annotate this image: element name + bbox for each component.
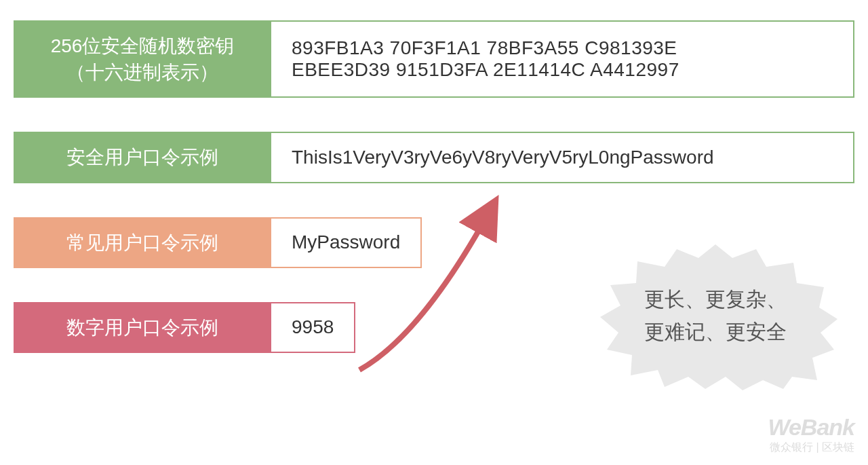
callout-line1: 更长、更复杂、 <box>644 283 787 316</box>
label-secure-key-line2: （十六进制表示） <box>66 59 218 86</box>
value-secure-password: ThisIs1VeryV3ryVe6yV8ryVeryV5ryL0ngPassw… <box>271 132 854 183</box>
value-secure-key: 893FB1A3 70F3F1A1 78BF3A55 C981393E EBEE… <box>271 20 854 98</box>
value-secure-key-line2: EBEE3D39 9151D3FA 2E11414C A4412997 <box>292 59 833 81</box>
row-secure-password: 安全用户口令示例 ThisIs1VeryV3ryVe6yV8ryVeryV5ry… <box>14 132 854 183</box>
value-common-password-text: MyPassword <box>292 231 400 253</box>
watermark: WeBank 微众银行 | 区块链 <box>768 414 854 455</box>
label-common-password: 常见用户口令示例 <box>14 217 271 268</box>
label-secure-password: 安全用户口令示例 <box>14 132 271 183</box>
callout-text: 更长、更复杂、 更难记、更安全 <box>644 283 787 348</box>
row-secure-key: 256位安全随机数密钥 （十六进制表示） 893FB1A3 70F3F1A1 7… <box>14 20 854 98</box>
value-secure-password-text: ThisIs1VeryV3ryVe6yV8ryVeryV5ryL0ngPassw… <box>292 147 833 168</box>
label-secure-key-line1: 256位安全随机数密钥 <box>51 33 235 59</box>
callout-line2: 更难记、更安全 <box>644 316 787 348</box>
value-secure-key-line1: 893FB1A3 70F3F1A1 78BF3A55 C981393E <box>292 37 833 59</box>
value-common-password: MyPassword <box>271 217 422 268</box>
watermark-brand: WeBank <box>768 414 854 441</box>
label-numeric-password-text: 数字用户口令示例 <box>66 314 218 341</box>
callout-starburst: 更长、更复杂、 更难记、更安全 <box>590 241 841 390</box>
value-numeric-password: 9958 <box>271 302 355 353</box>
label-secure-key: 256位安全随机数密钥 （十六进制表示） <box>14 20 271 98</box>
label-secure-password-text: 安全用户口令示例 <box>66 144 218 170</box>
value-numeric-password-text: 9958 <box>292 316 334 338</box>
watermark-sub: 微众银行 | 区块链 <box>768 441 854 455</box>
label-numeric-password: 数字用户口令示例 <box>14 302 271 353</box>
label-common-password-text: 常见用户口令示例 <box>66 229 218 256</box>
